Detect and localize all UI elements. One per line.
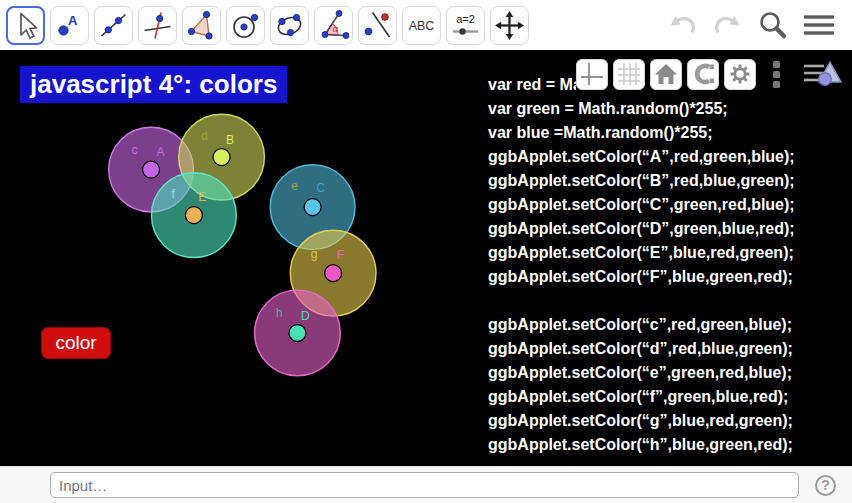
stylebar-toggle-icon	[802, 60, 842, 88]
code-line: ggbApplet.setColor(“A”,red,green,blue);	[488, 145, 795, 169]
code-line: ggbApplet.setColor(“B”,red,blue,green);	[488, 169, 795, 193]
title-text: javascript 4°: colors	[20, 66, 287, 103]
menu-button[interactable]	[802, 10, 836, 40]
code-line: ggbApplet.setColor(“E”,blue,red,green);	[488, 241, 795, 265]
code-line: var blue =Math.random()*255;	[488, 121, 795, 145]
grid-icon	[616, 61, 642, 87]
code-line: ggbApplet.setColor(“D”,green,blue,red);	[488, 217, 795, 241]
settings-button[interactable]	[724, 59, 756, 90]
line-icon	[98, 10, 129, 41]
svg-text:a=2: a=2	[456, 13, 475, 25]
code-line: var green = Math.random()*255;	[488, 97, 795, 121]
geogebra-app: A	[0, 0, 852, 503]
redo-button[interactable]	[712, 12, 742, 38]
label-D: D	[301, 309, 310, 323]
point-C[interactable]	[304, 199, 321, 216]
svg-text:ABC: ABC	[409, 19, 435, 33]
polygon-icon	[186, 10, 217, 41]
redo-icon	[712, 12, 742, 38]
ellipse-icon	[274, 10, 305, 41]
tool-ellipse[interactable]	[270, 6, 309, 45]
label-A: A	[156, 145, 165, 159]
point-icon: A	[54, 10, 85, 41]
graphics-view[interactable]: cdfeghABECFD javascript 4°: colors color…	[0, 50, 852, 466]
reflect-about-line-icon	[362, 10, 393, 41]
tool-slider[interactable]: a=2	[446, 6, 485, 45]
point-D[interactable]	[289, 325, 306, 342]
color-button[interactable]: color	[41, 327, 111, 359]
search-button[interactable]	[756, 9, 788, 41]
move-cursor-icon	[10, 10, 41, 41]
code-line: ggbApplet.setColor(“F”,blue,green,red);	[488, 265, 795, 289]
top-toolbar: A	[0, 0, 852, 50]
more-options-button[interactable]	[773, 61, 780, 88]
tool-circle[interactable]	[226, 6, 265, 45]
slider-icon: a=2	[450, 10, 481, 41]
tool-angle[interactable]: α	[314, 6, 353, 45]
svg-text:A: A	[68, 12, 78, 27]
grid-button[interactable]	[613, 59, 645, 90]
circle-icon	[230, 10, 261, 41]
point-B[interactable]	[213, 149, 230, 166]
toolbar-right-actions	[668, 9, 852, 41]
script-text: var red = Math.random()*255;var green = …	[488, 73, 795, 457]
axes-button[interactable]	[576, 59, 608, 90]
home-button[interactable]	[650, 59, 682, 90]
undo-icon	[668, 12, 698, 38]
label-d: d	[201, 129, 208, 143]
code-line: ggbApplet.setColor(“c”,red,green,blue);	[488, 313, 795, 337]
tool-text[interactable]: ABC	[402, 6, 441, 45]
code-line: ggbApplet.setColor(“d”,red,blue,green);	[488, 337, 795, 361]
point-A[interactable]	[143, 161, 160, 178]
label-h: h	[276, 306, 283, 320]
svg-text:α: α	[333, 22, 339, 33]
code-line	[488, 289, 795, 313]
input-field[interactable]	[50, 472, 799, 498]
label-F: F	[337, 248, 344, 262]
text-icon: ABC	[406, 10, 437, 41]
label-B: B	[226, 133, 234, 147]
search-icon	[756, 9, 788, 41]
label-g: g	[311, 247, 318, 261]
code-line: ggbApplet.setColor(“g”,blue,red,green);	[488, 409, 795, 433]
label-c: c	[131, 143, 137, 157]
label-E: E	[198, 190, 206, 204]
point-F[interactable]	[325, 265, 342, 282]
snap-button[interactable]	[687, 59, 719, 90]
point-E[interactable]	[185, 207, 202, 224]
tool-line[interactable]	[94, 6, 133, 45]
tool-reflect[interactable]	[358, 6, 397, 45]
graphics-stylebar	[576, 52, 852, 96]
snap-to-grid-icon	[690, 61, 716, 87]
tool-move[interactable]	[6, 6, 45, 45]
code-line: ggbApplet.setColor(“e”,green,red,blue);	[488, 361, 795, 385]
menu-icon	[802, 10, 836, 40]
more-options-icon	[773, 61, 780, 68]
tool-polygon[interactable]	[182, 6, 221, 45]
algebra-input-bar: ?	[0, 466, 852, 503]
undo-button[interactable]	[668, 12, 698, 38]
code-line: ggbApplet.setColor(“f”,green,blue,red);	[488, 385, 795, 409]
angle-icon: α	[318, 10, 349, 41]
label-e: e	[291, 179, 298, 193]
tool-move-graphics-view[interactable]	[490, 6, 529, 45]
settings-icon	[727, 61, 753, 87]
perpendicular-line-icon	[142, 10, 173, 41]
tool-point[interactable]: A	[50, 6, 89, 45]
home-icon	[653, 61, 679, 87]
axes-icon	[579, 61, 605, 87]
code-line: ggbApplet.setColor(“h”,blue,green,red);	[488, 433, 795, 457]
tool-perpendicular-line[interactable]	[138, 6, 177, 45]
move-graphics-view-icon	[494, 10, 525, 41]
code-line: ggbApplet.setColor(“C”,green,red,blue);	[488, 193, 795, 217]
label-C: C	[316, 181, 325, 195]
help-icon[interactable]: ?	[815, 475, 836, 496]
stylebar-toggle-button[interactable]	[802, 60, 842, 88]
